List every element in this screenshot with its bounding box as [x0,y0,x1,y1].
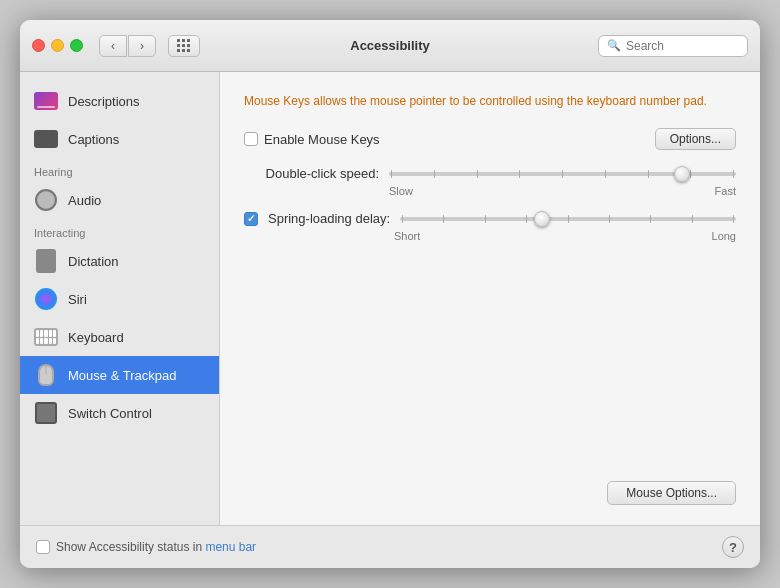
double-click-thumb[interactable] [674,166,690,182]
mouse-trackpad-icon [34,363,58,387]
bottom-bar: Show Accessibility status in menu bar ? [20,525,760,568]
enable-mouse-keys-checkbox-wrapper: Enable Mouse Keys [244,132,380,147]
show-status-label: Show Accessibility status in menu bar [56,540,256,554]
spring-loading-row: Spring-loading delay: [244,211,736,226]
minimize-button[interactable] [51,39,64,52]
switch-control-icon [34,401,58,425]
grid-view-button[interactable] [168,35,200,57]
sidebar-item-captions[interactable]: Captions [20,120,219,158]
back-button[interactable]: ‹ [99,35,127,57]
nav-buttons: ‹ › [99,35,156,57]
spring-loading-checkbox[interactable] [244,212,258,226]
slow-label: Slow [389,185,413,197]
sidebar: Descriptions Captions Hearing Audio Inte… [20,72,220,525]
spring-loading-labels: Short Long [244,230,736,242]
captions-icon [34,127,58,151]
spring-loading-thumb[interactable] [534,211,550,227]
main-area: Descriptions Captions Hearing Audio Inte… [20,72,760,525]
menu-bar-link[interactable]: menu bar [205,540,256,554]
enable-mouse-keys-checkbox[interactable] [244,132,258,146]
titlebar: ‹ › Accessibility 🔍 [20,20,760,72]
sidebar-item-audio[interactable]: Audio [20,181,219,219]
grid-icon [177,39,191,53]
double-click-slider-container [389,172,736,176]
options-button[interactable]: Options... [655,128,736,150]
close-button[interactable] [32,39,45,52]
dictation-icon [34,249,58,273]
audio-icon [34,188,58,212]
content-panel: Mouse Keys allows the mouse pointer to b… [220,72,760,525]
traffic-lights [32,39,83,52]
spring-loading-section: Spring-loading delay: Short Long [244,211,736,242]
mouse-options-button[interactable]: Mouse Options... [607,481,736,505]
window: ‹ › Accessibility 🔍 Descriptions [20,20,760,568]
show-status-checkbox[interactable] [36,540,50,554]
keyboard-icon [34,325,58,349]
sidebar-item-mouse-trackpad[interactable]: Mouse & Trackpad [20,356,219,394]
forward-button[interactable]: › [128,35,156,57]
spring-loading-track [400,217,736,221]
show-status-row: Show Accessibility status in menu bar [36,540,256,554]
sidebar-item-siri[interactable]: Siri [20,280,219,318]
spring-loading-slider-container [400,217,736,221]
search-input[interactable] [626,39,736,53]
enable-mouse-keys-row: Enable Mouse Keys Options... [244,128,736,150]
spring-loading-label: Spring-loading delay: [268,211,390,226]
maximize-button[interactable] [70,39,83,52]
section-header-interacting: Interacting [20,219,219,242]
siri-icon [34,287,58,311]
search-icon: 🔍 [607,39,621,52]
descriptions-icon [34,89,58,113]
search-box[interactable]: 🔍 [598,35,748,57]
double-click-section: Double-click speed: Slow Fast [244,166,736,197]
sidebar-item-dictation[interactable]: Dictation [20,242,219,280]
description-text: Mouse Keys allows the mouse pointer to b… [244,92,736,110]
fast-label: Fast [715,185,736,197]
sidebar-item-switch-control[interactable]: Switch Control [20,394,219,432]
help-button[interactable]: ? [722,536,744,558]
short-label: Short [394,230,420,242]
section-header-hearing: Hearing [20,158,219,181]
double-click-row: Double-click speed: [244,166,736,181]
enable-mouse-keys-label: Enable Mouse Keys [264,132,380,147]
long-label: Long [712,230,736,242]
sidebar-item-descriptions[interactable]: Descriptions [20,82,219,120]
double-click-labels: Slow Fast [244,185,736,197]
double-click-label: Double-click speed: [244,166,379,181]
content-bottom: Mouse Options... [244,461,736,505]
window-title: Accessibility [350,38,430,53]
sidebar-item-keyboard[interactable]: Keyboard [20,318,219,356]
